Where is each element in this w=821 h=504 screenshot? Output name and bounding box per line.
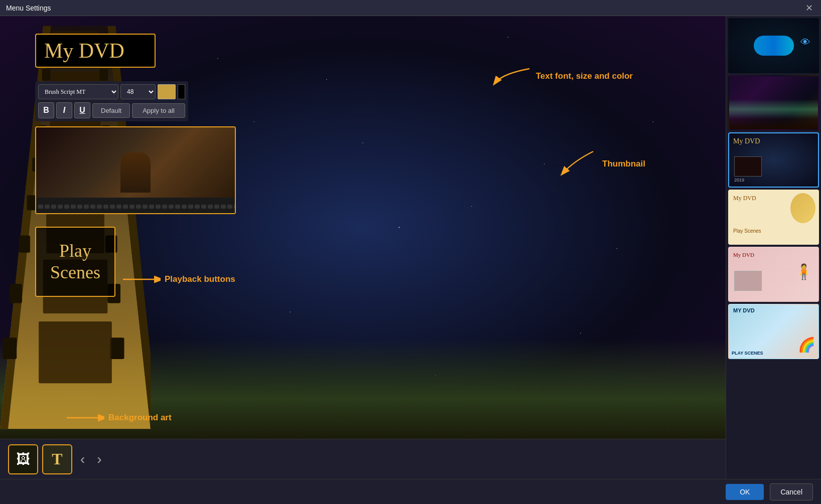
thumbnail-figure	[120, 152, 151, 193]
thumb-5-figure: 🧍	[794, 263, 813, 280]
title-text: My DVD	[44, 39, 147, 63]
default-button[interactable]: Default	[92, 103, 130, 118]
film-hole	[45, 205, 50, 209]
background-annotation: Background art	[64, 408, 172, 428]
prev-nav-button[interactable]: ‹	[76, 451, 89, 467]
thumb-5-title: My DVD	[733, 252, 754, 258]
apply-to-all-button[interactable]: Apply to all	[132, 103, 185, 118]
template-thumbnail-2[interactable]	[728, 75, 819, 130]
main-content: My DVD Brush Script MT Arial Times New R…	[0, 16, 821, 479]
window-title: Menu Settings	[6, 4, 51, 12]
film-hole	[149, 205, 154, 209]
film-hole	[175, 205, 180, 209]
film-hole	[110, 205, 115, 209]
film-hole	[162, 205, 167, 209]
font-row2: B I U Default Apply to all	[38, 102, 185, 118]
film-hole	[195, 205, 200, 209]
font-size-select[interactable]: 48 36 24	[120, 84, 156, 99]
film-hole	[71, 205, 76, 209]
thumbnail-image	[36, 127, 235, 198]
film-hole	[208, 205, 213, 209]
italic-button[interactable]: I	[56, 102, 72, 118]
film-hole	[201, 205, 206, 209]
film-hole	[188, 205, 193, 209]
thumb-4-subtitle: Play Scenes	[733, 228, 761, 234]
svg-rect-9	[19, 236, 31, 253]
titlebar: Menu Settings ✕	[0, 0, 821, 16]
film-hole	[143, 205, 148, 209]
cancel-button[interactable]: Cancel	[770, 483, 813, 500]
svg-rect-20	[110, 338, 124, 359]
thumbnail-arrow	[558, 149, 598, 179]
playback-text: PlayScenes	[50, 240, 100, 283]
playback-button-box[interactable]: PlayScenes	[35, 227, 115, 297]
bottom-toolbar: 🖼 T ‹ ›	[0, 439, 726, 479]
image-tool-button[interactable]: 🖼	[8, 444, 38, 474]
thumb-3-miniframe	[734, 156, 762, 177]
thumb-2-ground	[729, 114, 818, 129]
svg-rect-10	[10, 284, 22, 303]
thumb-3-date: 2019	[734, 178, 744, 183]
film-hole	[84, 205, 89, 209]
playback-annotation: Playback buttons	[120, 269, 235, 289]
thumbnail-annotation: Thumbnail	[558, 149, 645, 179]
bottom-actions: OK Cancel	[0, 479, 821, 504]
film-hole	[221, 205, 226, 209]
svg-rect-13	[99, 69, 108, 81]
film-hole	[214, 205, 219, 209]
template-thumbnail-6[interactable]: MY DVD PLAY SCENES 🌈	[728, 304, 819, 359]
film-hole	[90, 205, 95, 209]
film-hole	[116, 205, 121, 209]
font-row1: Brush Script MT Arial Times New Roman 48…	[38, 84, 185, 99]
film-hole	[51, 205, 56, 209]
thumb-5-frame	[734, 271, 762, 291]
filmstrip-bottom-bar	[36, 198, 235, 214]
text-tool-button[interactable]: T	[42, 444, 72, 474]
svg-rect-27	[39, 321, 112, 383]
film-hole	[103, 205, 108, 209]
film-hole	[123, 205, 128, 209]
svg-rect-4	[42, 69, 51, 81]
underline-button[interactable]: U	[74, 102, 90, 118]
font-family-select[interactable]: Brush Script MT Arial Times New Roman	[38, 84, 118, 99]
thumb-1-decoration	[754, 36, 794, 56]
title-box[interactable]: My DVD	[35, 34, 156, 68]
film-hole	[97, 205, 102, 209]
thumb-4-decoration	[790, 193, 815, 223]
template-thumbnail-4[interactable]: My DVD Play Scenes	[728, 190, 819, 245]
film-hole	[227, 205, 232, 209]
right-panel: 👁 My DVD 2019 My DVD Play Scenes My	[726, 16, 821, 479]
image-icon: 🖼	[16, 451, 30, 467]
thumb-1-icon: 👁	[800, 37, 810, 48]
color-preview	[178, 84, 185, 99]
template-thumbnail-1[interactable]: 👁	[728, 18, 819, 73]
center-area: My DVD Brush Script MT Arial Times New R…	[0, 16, 726, 479]
menu-settings-window: Menu Settings ✕	[0, 0, 821, 504]
template-thumbnail-3[interactable]: My DVD 2019	[728, 132, 819, 188]
film-hole	[38, 205, 43, 209]
preview-canvas: My DVD Brush Script MT Arial Times New R…	[0, 16, 726, 439]
film-hole	[77, 205, 82, 209]
thumb-3-title: My DVD	[733, 137, 760, 145]
film-hole	[58, 205, 63, 209]
film-hole	[129, 205, 134, 209]
film-hole	[182, 205, 187, 209]
film-hole	[156, 205, 161, 209]
film-hole	[64, 205, 69, 209]
thumb-6-decoration: 🌈	[798, 337, 815, 353]
close-button[interactable]: ✕	[803, 3, 815, 14]
film-hole	[234, 205, 236, 209]
next-nav-button[interactable]: ›	[93, 451, 105, 467]
svg-rect-11	[3, 338, 17, 359]
playback-arrow	[120, 269, 161, 289]
background-arrow	[64, 408, 104, 428]
template-thumbnail-5[interactable]: My DVD 🧍	[728, 247, 819, 302]
font-controls-panel: Brush Script MT Arial Times New Roman 48…	[35, 81, 188, 121]
ok-button[interactable]: OK	[726, 484, 764, 500]
thumbnail-box[interactable]	[35, 126, 236, 214]
color-picker-button[interactable]	[158, 84, 176, 99]
thumb-4-title: My DVD	[733, 195, 756, 202]
text-icon: T	[52, 450, 62, 468]
bold-button[interactable]: B	[38, 102, 54, 118]
film-hole	[136, 205, 141, 209]
